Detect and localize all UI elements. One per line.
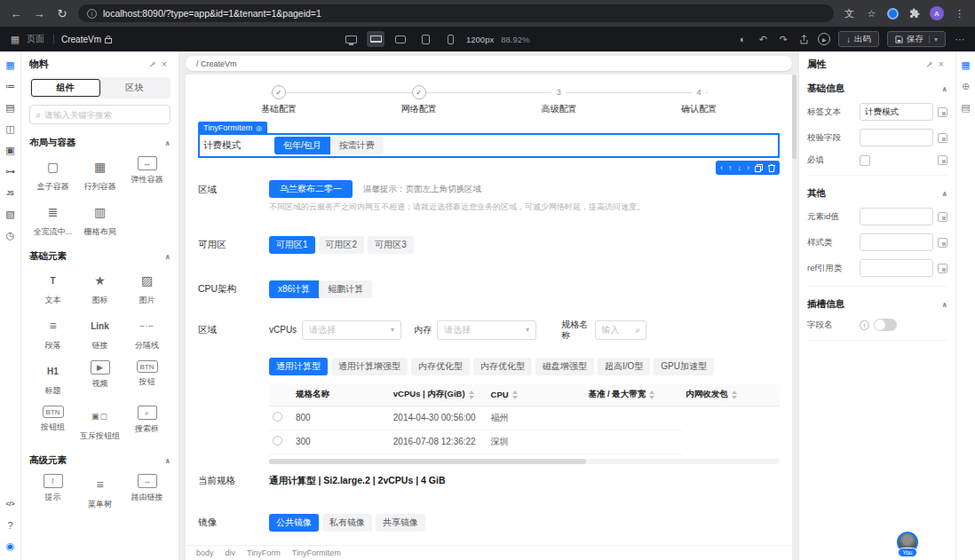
sort-icon[interactable] [649,390,655,399]
page-icon[interactable]: ▤ [4,101,18,114]
bind-icon[interactable] [938,238,947,248]
theme-toggle-icon[interactable]: ◐ [736,32,749,46]
material-item[interactable]: ≣全宽流中... [29,201,76,238]
bind-icon[interactable] [938,155,947,165]
code-icon[interactable]: </> [4,497,18,510]
vcpus-select[interactable]: 请选择 ▾ [302,320,401,340]
image-option[interactable]: 公共镜像 [269,514,319,532]
materials-icon[interactable]: ▦ [4,59,18,72]
reload-icon[interactable]: ↻ [55,6,69,20]
pages-icon[interactable]: ▦ [9,32,21,46]
material-item[interactable]: ↔弹性容器 [123,156,170,193]
path-item[interactable]: div [226,548,236,557]
radio-button[interactable] [273,412,282,422]
radio-button[interactable] [273,436,282,446]
materials-section-header[interactable]: 高级元素∧ [29,454,170,467]
spec-table-header[interactable]: 内网收发包 [682,384,780,406]
bind-icon[interactable] [938,212,947,222]
help-icon[interactable]: ? [4,518,18,532]
prop-input[interactable] [860,129,933,146]
flavor-tab-option[interactable]: 内存优化型 [411,358,470,375]
site-info-icon[interactable]: i [87,9,97,19]
tablet-portrait-icon[interactable] [416,31,434,47]
az-option[interactable]: 可用区1 [269,236,315,254]
spec-table-header[interactable]: vCPUs | 内存(GiB) [390,384,488,406]
bind-icon[interactable] [938,133,947,143]
materials-tab[interactable]: 区块 [100,79,170,97]
save-button[interactable]: 保存 ▾ [887,31,946,47]
material-item[interactable]: ▦行列容器 [76,156,123,193]
flavor-tab-option[interactable]: 内存优化型 [473,358,532,375]
outline-tree-icon[interactable]: ≔ [4,80,18,93]
canvas-scrollbar-thumb[interactable] [792,75,797,159]
region-button[interactable]: 乌兰察布二零一 [269,180,353,198]
bridge-icon[interactable]: ⊶ [4,165,18,178]
billing-option[interactable]: 包年/包月 [274,137,330,154]
selection-tag-icon[interactable]: ◎ [256,124,262,132]
image-option[interactable]: 私有镜像 [322,514,372,532]
redo-icon[interactable]: ↷ [777,32,789,46]
select-parent-icon[interactable]: ‹ [720,163,723,172]
material-item[interactable]: BTN按钮 [123,360,170,397]
flavor-tab-option[interactable]: 通用计算增强型 [331,358,408,375]
export-code-button[interactable]: ↓ 出码 [838,31,879,47]
back-icon[interactable]: ← [9,6,23,20]
spec-table-header[interactable]: CPU [488,384,585,406]
materials-section-header[interactable]: 基础元素∧ [29,250,170,263]
material-item[interactable]: ≡菜单树 [76,474,123,510]
globe-icon[interactable]: ⊕ [959,80,973,93]
translate-icon[interactable]: 文 [843,7,856,20]
prop-toggle[interactable] [874,319,897,331]
pin-icon[interactable]: ⊸ [923,59,935,71]
plugin-panel-icon[interactable]: ▦ [959,59,973,72]
material-item[interactable]: ▣▢互斥按钮组 [76,406,123,442]
close-icon[interactable]: × [158,59,170,71]
cpu-arch-option[interactable]: 鲲鹏计算 [319,280,372,298]
undo-icon[interactable]: ↶ [757,32,769,46]
canvas-page[interactable]: ✓基础配置✓网络配置3高级配置4确认配置 TinyFormItem ◎ 计费模式… [186,75,792,545]
extensions-puzzle-icon[interactable] [908,7,921,20]
wizard-step[interactable]: ✓网络配置 [379,85,459,115]
material-item[interactable]: ▨图片 [123,270,170,306]
material-item[interactable]: ★图标 [76,270,123,306]
move-up-icon[interactable]: ↑ [728,163,733,172]
laptop-icon[interactable] [367,31,384,47]
image-option[interactable]: 共享镜像 [376,514,425,532]
publish-icon[interactable] [797,32,810,46]
sort-icon[interactable] [512,390,519,399]
props-section-header[interactable]: 插槽信息∧ [807,298,947,311]
selected-form-item[interactable]: TinyFormItem ◎ 计费模式 包年/包月按需计费 [198,133,780,158]
delete-icon[interactable] [768,164,775,172]
material-item[interactable]: –·–分隔线 [123,315,170,351]
history-icon[interactable]: ◷ [4,229,18,242]
flavor-tab-option[interactable]: 通用计算型 [269,358,328,375]
assistant-widget[interactable]: You [897,532,918,557]
prop-input[interactable] [860,233,933,251]
materials-search-input[interactable] [44,110,164,120]
billing-option[interactable]: 按需计费 [330,137,384,154]
path-item[interactable]: body [196,548,214,557]
bind-icon[interactable] [938,107,947,117]
resource-icon[interactable]: ▧ [4,208,18,221]
current-page-tab[interactable]: CreateVm [53,35,112,44]
close-icon[interactable]: × [935,59,947,71]
move-down-icon[interactable]: ↓ [738,163,742,172]
wizard-step[interactable]: 3高级配置 [519,85,598,115]
path-item[interactable]: TinyFormItem [292,548,341,557]
tablet-landscape-icon[interactable] [392,31,409,47]
props-section-header[interactable]: 基础信息∧ [807,83,947,95]
sort-icon[interactable] [469,390,475,399]
flavor-tab-option[interactable]: GPU加速型 [654,358,714,375]
js-icon[interactable]: JS [4,186,18,200]
copy-icon[interactable] [755,164,763,172]
material-item[interactable]: →路由链接 [123,474,170,510]
state-icon[interactable]: ◉ [4,540,18,553]
table-row[interactable]: 3002016-07-08 12:36:22深圳 [269,430,780,454]
address-bar[interactable]: i localhost:8090/?type=app&id=1&tenant=1… [78,4,834,22]
book-icon[interactable]: ▤ [959,101,973,114]
material-item[interactable]: ⌕搜索框 [123,406,170,442]
prop-checkbox[interactable] [860,155,870,166]
profile-avatar[interactable]: A [930,6,944,20]
flavor-tab-option[interactable]: 磁盘增强型 [535,358,594,375]
select-child-icon[interactable]: › [747,163,749,172]
